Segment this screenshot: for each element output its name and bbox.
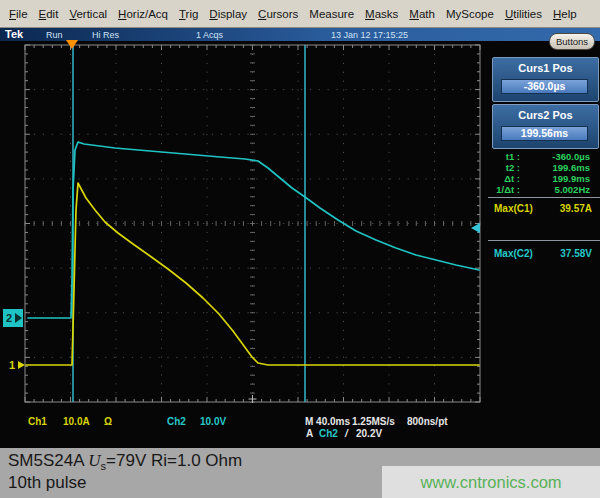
ch2-readout-label[interactable]: Ch2 (167, 416, 186, 427)
tek-logo: Tek (5, 28, 23, 40)
scope-screen: Tek Run Hi Res 1 Acqs 13 Jan 12 17:15:25… (0, 28, 600, 448)
inv-delta-t-value: 5.002Hz (520, 184, 590, 195)
caption-symbol: U (88, 451, 100, 470)
menu-item-masks[interactable]: Masks (365, 8, 398, 20)
measurement-max-c2: Max(C2) 37.58V (494, 248, 592, 259)
menu-item-measure[interactable]: Measure (309, 8, 354, 20)
max-c2-value: 37.58V (560, 248, 592, 259)
watermark: www.cntronics.com (382, 466, 600, 498)
trigger-mode-readout: A (306, 428, 313, 439)
max-c1-label: Max(C1) (494, 203, 533, 214)
menu-item-trig[interactable]: Trig (179, 8, 198, 20)
trigger-level-readout: 20.2V (356, 428, 382, 439)
ch1-readout-label[interactable]: Ch1 (28, 416, 47, 427)
menu-item-math[interactable]: Math (409, 8, 435, 20)
panel-divider (488, 240, 600, 241)
caption-conditions: =79V Ri=1.0 Ohm (106, 451, 242, 470)
cursor1-position-control[interactable]: Curs1 Pos -360.0µs (492, 57, 599, 102)
t1-label: t1 : (490, 151, 520, 162)
menu-bar: File Edit Vertical Horiz/Acq Trig Displa… (0, 0, 600, 28)
ch1-marker-label: 1 (9, 359, 15, 371)
menu-item-edit[interactable]: Edit (39, 8, 59, 20)
ch1-scale-readout[interactable]: 10.0A (63, 416, 90, 427)
menu-item-myscope[interactable]: MyScope (446, 8, 494, 20)
menu-item-utilities[interactable]: Utilities (505, 8, 542, 20)
buttons-button[interactable]: Buttons (549, 33, 595, 50)
resolution-readout: 800ns/pt (407, 416, 448, 427)
menu-item-display[interactable]: Display (209, 8, 247, 20)
waveform-display: 21 (0, 40, 490, 410)
cursor-readout: t1 :-360.0µs t2 :199.6ms Δt :199.9ms 1/Δ… (490, 151, 590, 195)
measurement-max-c1: Max(C1) 39.57A (494, 203, 592, 214)
cursor1-value[interactable]: -360.0µs (501, 79, 588, 94)
t2-value: 199.6ms (520, 162, 590, 173)
menu-item-horiz-acq[interactable]: Horiz/Acq (118, 8, 168, 20)
ch1-marker-arrow-icon[interactable] (18, 361, 25, 369)
cursor2-title: Curs2 Pos (493, 109, 598, 121)
caption-area: SM5S24A Us=79V Ri=1.0 Ohm 10th pulse www… (0, 448, 600, 498)
caption-line2: 10th pulse (8, 473, 86, 493)
cursor1-title: Curs1 Pos (493, 62, 598, 74)
cursor2-position-control[interactable]: Curs2 Pos 199.56ms (492, 104, 599, 149)
t1-value: -360.0µs (520, 151, 590, 162)
ch2-marker-label: 2 (6, 312, 12, 324)
max-c2-label: Max(C2) (494, 248, 533, 259)
trigger-slope-icon: / (345, 428, 348, 439)
inv-delta-t-label: 1/Δt : (490, 184, 520, 195)
menu-item-file[interactable]: File (9, 8, 28, 20)
caption-line1: SM5S24A Us=79V Ri=1.0 Ohm (8, 451, 242, 472)
acq-mode: Hi Res (92, 30, 119, 40)
datetime: 13 Jan 12 17:15:25 (331, 30, 408, 40)
trigger-source-readout: Ch2 (319, 428, 338, 439)
trigger-level-icon[interactable] (471, 223, 480, 233)
menu-item-help[interactable]: Help (553, 8, 577, 20)
ch2-scale-readout[interactable]: 10.0V (200, 416, 226, 427)
ch1-trace (26, 183, 479, 365)
oscilloscope-application-window: File Edit Vertical Horiz/Acq Trig Displa… (0, 0, 600, 498)
run-state: Run (46, 30, 63, 40)
menu-item-vertical[interactable]: Vertical (69, 8, 107, 20)
acquisition-count: 1 Acqs (196, 30, 223, 40)
delta-t-label: Δt : (490, 173, 520, 184)
delta-t-value: 199.9ms (520, 173, 590, 184)
menu-item-cursors[interactable]: Cursors (258, 8, 298, 20)
ch1-coupling-readout: Ω (104, 416, 112, 427)
sample-rate-readout: 1.25MS/s (352, 416, 395, 427)
cursor2-value[interactable]: 199.56ms (501, 126, 588, 141)
timebase-readout: M 40.0ms (305, 416, 350, 427)
t2-label: t2 : (490, 162, 520, 173)
panel-divider (488, 197, 600, 198)
caption-model: SM5S24A (8, 451, 88, 470)
max-c1-value: 39.57A (560, 203, 592, 214)
ch2-trace (28, 142, 479, 318)
